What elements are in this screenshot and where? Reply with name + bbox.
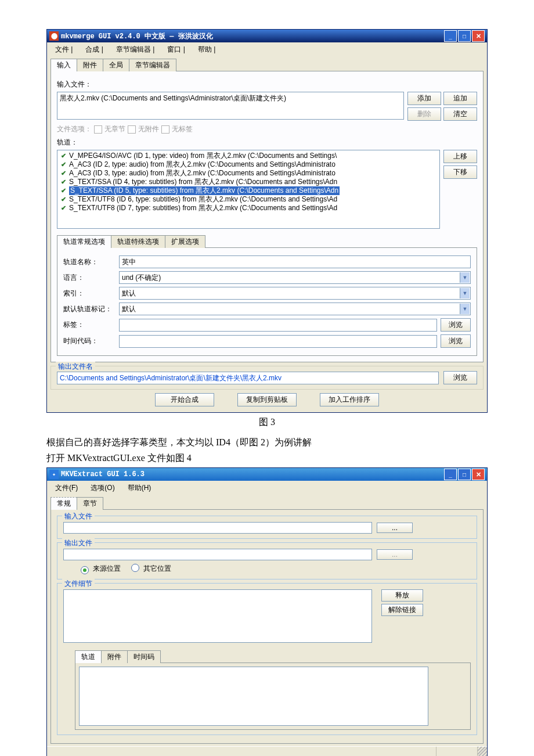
start-mux-button[interactable]: 开始合成	[155, 393, 214, 406]
menu-window[interactable]: 窗口 |	[161, 44, 190, 56]
index-select[interactable]: 默认▼	[119, 287, 471, 300]
mkvextract-window: ✦ MKVExtract GUI 1.6.3 _ □ ✕ 文件(F) 选项(O)…	[46, 467, 488, 756]
tab-global[interactable]: 全局	[103, 59, 129, 71]
language-select[interactable]: und (不确定)▼	[119, 271, 471, 284]
output-path-input[interactable]: C:\Documents and Settings\Administrator\…	[57, 372, 439, 384]
radio-source-location[interactable]	[81, 566, 89, 574]
minimize-button[interactable]: _	[444, 30, 457, 42]
window-title: mkvmerge GUI v2.4.0 中文版 — 张洪波汉化	[61, 31, 213, 41]
subtab-special[interactable]: 轨道特殊选项	[111, 235, 165, 248]
menu-options-2[interactable]: 选项(O)	[85, 482, 120, 494]
app-icon: ✦	[49, 470, 59, 479]
figure-3-caption: 图 3	[46, 416, 488, 429]
check-icon: ✔	[60, 186, 67, 195]
output-file-field[interactable]	[63, 549, 372, 560]
minimize-button[interactable]: _	[444, 469, 457, 480]
tab-chapter-editor[interactable]: 章节编辑器	[129, 59, 176, 71]
move-down-button[interactable]: 下移	[443, 165, 477, 179]
titlebar[interactable]: ⬤ mkvmerge GUI v2.4.0 中文版 — 张洪波汉化 _ □ ✕	[47, 30, 487, 42]
detail-list[interactable]	[63, 589, 372, 643]
window-title-2: MKVExtract GUI 1.6.3	[61, 470, 145, 478]
close-button[interactable]: ✕	[472, 469, 485, 480]
output-group: 输出文件名 C:\Documents and Settings\Administ…	[50, 366, 484, 390]
track-name-input[interactable]: 英中	[119, 255, 471, 268]
chk-no-tags[interactable]	[161, 125, 169, 134]
titlebar-2[interactable]: ✦ MKVExtract GUI 1.6.3 _ □ ✕	[47, 468, 487, 481]
copy-clipboard-button[interactable]: 复制到剪贴板	[237, 393, 297, 406]
menu-help[interactable]: 帮助 |	[192, 44, 221, 56]
output-browse-button[interactable]: ...	[377, 549, 413, 560]
tab-input[interactable]: 输入	[50, 59, 77, 71]
append-button[interactable]: 追加	[443, 92, 477, 105]
chevron-down-icon: ▼	[460, 304, 470, 314]
tab-general-2[interactable]: 常规	[50, 497, 77, 510]
chk-no-chapters[interactable]	[94, 125, 102, 134]
check-icon: ✔	[60, 204, 67, 213]
body-text-1: 根据自己的喜好选择字幕类型，本文均以 ID4（即图 2）为例讲解	[46, 435, 488, 449]
track-row-selected: ✔S_TEXT/SSA (ID 5, type: subtitles) from…	[60, 186, 437, 195]
browse-output-button[interactable]: 浏览	[443, 371, 477, 384]
menubar: 文件 | 合成 | 章节编辑器 | 窗口 | 帮助 |	[47, 42, 487, 57]
check-icon: ✔	[60, 169, 67, 178]
clear-button[interactable]: 清空	[443, 107, 477, 121]
radio-other-location[interactable]	[131, 564, 139, 572]
check-icon: ✔	[60, 178, 67, 186]
maximize-button[interactable]: □	[458, 469, 471, 480]
statusbar	[47, 746, 487, 756]
timecode-input[interactable]	[119, 335, 437, 348]
file-detail-group: 文件细节 释放 解除链接 轨道 附件 时间码	[57, 583, 477, 735]
menu-compose[interactable]: 合成 |	[80, 44, 109, 56]
subtab-ext[interactable]: 扩展选项	[165, 235, 205, 248]
fileopts-label: 文件选项：	[57, 124, 92, 134]
browse-tags-button[interactable]: 浏览	[441, 318, 471, 332]
tab-content: 输入文件： 黑衣人2.mkv (C:\Documents and Setting…	[50, 71, 484, 362]
app-icon: ⬤	[49, 31, 59, 41]
subtab-general[interactable]: 轨道常规选项	[57, 235, 111, 248]
track-list[interactable]: ✔V_MPEG4/ISO/AVC (ID 1, type: video) fro…	[57, 150, 440, 229]
subtab-timecode-2[interactable]: 时间码	[127, 650, 161, 663]
add-button[interactable]: 添加	[407, 92, 441, 105]
main-tabs: 输入 附件 全局 章节编辑器	[50, 58, 487, 71]
add-to-queue-button[interactable]: 加入工作排序	[320, 393, 379, 406]
menu-file[interactable]: 文件 |	[49, 44, 78, 56]
input-file-list[interactable]: 黑衣人2.mkv (C:\Documents and Settings\Admi…	[57, 92, 404, 120]
unlink-button[interactable]: 解除链接	[381, 604, 423, 616]
subtab-track-2[interactable]: 轨道	[75, 650, 102, 663]
check-icon: ✔	[60, 152, 67, 160]
check-icon: ✔	[60, 195, 67, 204]
input-file-label: 输入文件：	[57, 80, 477, 89]
output-file-group: 输出文件 ... 来源位置 其它位置	[57, 542, 477, 579]
chk-no-attach[interactable]	[128, 125, 136, 134]
close-button[interactable]: ✕	[472, 30, 485, 42]
input-browse-button[interactable]: ...	[377, 523, 413, 533]
mkvmerge-window: ⬤ mkvmerge GUI v2.4.0 中文版 — 张洪波汉化 _ □ ✕ …	[46, 29, 488, 413]
release-button[interactable]: 释放	[381, 589, 423, 602]
menubar-2: 文件(F) 选项(O) 帮助(H)	[47, 481, 487, 495]
remove-button[interactable]: 删除	[407, 107, 441, 121]
resize-grip-icon[interactable]	[478, 747, 487, 756]
move-up-button[interactable]: 上移	[443, 150, 477, 163]
input-file-field[interactable]	[63, 522, 372, 534]
browse-timecode-button[interactable]: 浏览	[441, 334, 471, 348]
tags-input[interactable]	[119, 319, 437, 332]
default-track-select[interactable]: 默认▼	[119, 303, 471, 315]
chevron-down-icon: ▼	[460, 272, 470, 283]
tab-chapter-2[interactable]: 章节	[77, 497, 103, 510]
subtab-attach-2[interactable]: 附件	[101, 650, 128, 663]
track-options: 轨道名称： 英中 语言： und (不确定)▼ 索引： 默认▼ 默认轨道标记： …	[57, 247, 477, 356]
tabs-2: 常规 章节	[50, 496, 487, 509]
body-text-2: 打开 MKVextractGUI.exe 文件如图 4	[46, 451, 488, 465]
maximize-button[interactable]: □	[458, 30, 471, 42]
track-detail-list[interactable]	[79, 667, 428, 726]
chevron-down-icon: ▼	[460, 288, 470, 298]
menu-help-2[interactable]: 帮助(H)	[122, 482, 157, 494]
menu-chapter[interactable]: 章节编辑器 |	[110, 44, 160, 56]
tab-attach[interactable]: 附件	[77, 59, 103, 71]
tracks-label: 轨道：	[57, 138, 477, 147]
menu-file-2[interactable]: 文件(F)	[49, 482, 84, 494]
input-file-group: 输入文件 ...	[57, 516, 477, 539]
check-icon: ✔	[60, 160, 67, 169]
